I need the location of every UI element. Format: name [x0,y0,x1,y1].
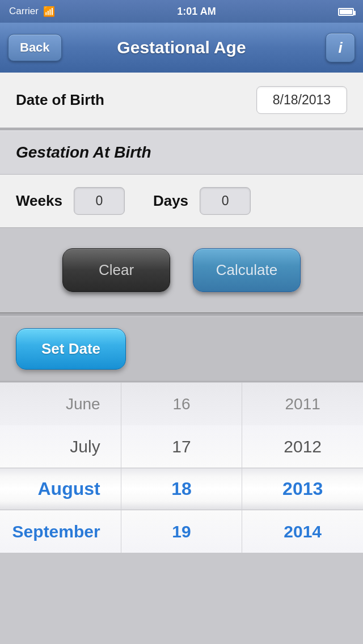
status-bar: Carrier 📶 1:01 AM [0,0,363,23]
status-time: 1:01 AM [177,6,216,18]
picker-day-row-3[interactable]: 19 [121,510,242,553]
picker-day-row-selected[interactable]: 18 [121,468,242,510]
date-picker[interactable]: June July August September [0,382,363,553]
picker-year-row-0[interactable]: 2011 [242,383,363,425]
back-button[interactable]: Back [8,34,62,61]
gestation-label: Gestation At Birth [16,143,151,161]
days-label: Days [153,192,188,210]
section-divider [0,312,363,317]
dob-row: Date of Birth 8/18/2013 [0,73,363,128]
set-date-area: Set Date [0,317,363,382]
wifi-icon: 📶 [43,6,55,18]
gestation-header: Gestation At Birth [0,130,363,175]
picker-month-cell-1[interactable]: July [9,425,109,468]
picker-month-row-1[interactable]: July [0,425,121,468]
picker-month-row-selected[interactable]: August [0,468,121,510]
picker-columns[interactable]: June July August September [0,383,363,553]
days-input[interactable]: 0 [200,187,251,215]
weeks-days-row: Weeks 0 Days 0 [0,175,363,228]
picker-day-row-0[interactable]: 16 [121,383,242,425]
picker-year-column[interactable]: 2011 2012 2013 2014 [242,383,363,553]
main-content: Date of Birth 8/18/2013 Gestation At Bir… [0,73,363,312]
picker-month-cell-0[interactable]: June [9,383,109,425]
carrier-label: Carrier [9,6,39,17]
picker-month-cell-3[interactable]: September [9,510,109,553]
battery-indicator [338,6,354,17]
picker-year-row-selected[interactable]: 2013 [242,468,363,510]
navigation-bar: Back Gestational Age i [0,23,363,73]
buttons-area: Clear Calculate [0,228,363,312]
picker-year-cell-1[interactable]: 2012 [251,425,354,468]
picker-year-row-3[interactable]: 2014 [242,510,363,553]
weeks-label: Weeks [16,192,62,210]
status-carrier: Carrier 📶 [9,6,55,18]
picker-month-column[interactable]: June July August September [0,383,121,553]
picker-day-column[interactable]: 16 17 18 19 [121,383,243,553]
battery-icon [338,8,354,16]
picker-month-row-0[interactable]: June [0,383,121,425]
info-button[interactable]: i [326,33,355,62]
picker-day-row-1[interactable]: 17 [121,425,242,468]
dob-label: Date of Birth [16,91,104,109]
picker-day-cell-1[interactable]: 17 [130,425,233,468]
clear-button[interactable]: Clear [62,248,170,292]
picker-day-cell-3[interactable]: 19 [130,510,233,553]
picker-year-cell-3[interactable]: 2014 [251,510,354,553]
set-date-button[interactable]: Set Date [16,328,126,370]
picker-year-cell-selected[interactable]: 2013 [251,468,354,510]
dob-value[interactable]: 8/18/2013 [256,86,347,114]
picker-year-cell-0[interactable]: 2011 [251,383,354,425]
picker-month-row-3[interactable]: September [0,510,121,553]
picker-day-cell-0[interactable]: 16 [130,383,233,425]
weeks-input[interactable]: 0 [74,187,125,215]
picker-day-cell-selected[interactable]: 18 [130,468,233,510]
picker-year-row-1[interactable]: 2012 [242,425,363,468]
picker-month-cell-selected[interactable]: August [9,468,109,510]
calculate-button[interactable]: Calculate [193,248,301,292]
page-title: Gestational Age [117,38,246,57]
